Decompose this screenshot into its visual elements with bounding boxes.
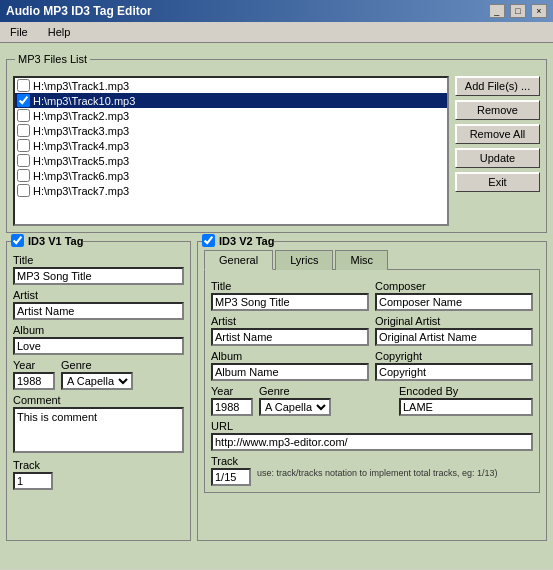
file-name: H:\mp3\Track5.mp3 bbox=[33, 155, 129, 167]
file-name: H:\mp3\Track1.mp3 bbox=[33, 80, 129, 92]
id3v1-track-input[interactable] bbox=[13, 472, 53, 490]
file-name: H:\mp3\Track6.mp3 bbox=[33, 170, 129, 182]
id3v1-album-label: Album bbox=[13, 324, 184, 336]
id3v2-artist-input[interactable] bbox=[211, 328, 369, 346]
id3v2-title-input[interactable] bbox=[211, 293, 369, 311]
id3v2-encoded-by-group: Encoded By bbox=[399, 381, 533, 416]
close-button[interactable]: × bbox=[531, 4, 547, 18]
id3v1-artist-input[interactable] bbox=[13, 302, 184, 320]
id3v2-panel: ID3 V2 Tag General Lyrics Misc Title Com… bbox=[197, 241, 547, 541]
main-content: MP3 Files List H:\mp3\Track1.mp3H:\mp3\T… bbox=[0, 43, 553, 569]
id3v1-title-label: Title bbox=[13, 254, 184, 266]
id3v2-album-label: Album bbox=[211, 350, 369, 362]
maximize-button[interactable]: □ bbox=[510, 4, 526, 18]
album-copyright-row: Album Copyright bbox=[211, 346, 533, 381]
tab-lyrics[interactable]: Lyrics bbox=[275, 250, 333, 270]
tab-bar: General Lyrics Misc bbox=[204, 250, 540, 270]
id3v2-copyright-group: Copyright bbox=[375, 346, 533, 381]
id3v2-year-input[interactable] bbox=[211, 398, 253, 416]
file-checkbox[interactable] bbox=[17, 169, 30, 182]
id3v2-composer-group: Composer bbox=[375, 276, 533, 311]
file-checkbox[interactable] bbox=[17, 124, 30, 137]
list-item[interactable]: H:\mp3\Track1.mp3 bbox=[15, 78, 447, 93]
id3v2-title-label: Title bbox=[211, 280, 369, 292]
file-list[interactable]: H:\mp3\Track1.mp3H:\mp3\Track10.mp3H:\mp… bbox=[13, 76, 449, 226]
id3v1-comment-label: Comment bbox=[13, 394, 184, 406]
id3v2-track-input[interactable] bbox=[211, 468, 251, 486]
remove-button[interactable]: Remove bbox=[455, 100, 540, 120]
file-checkbox[interactable] bbox=[17, 184, 30, 197]
file-name: H:\mp3\Track4.mp3 bbox=[33, 140, 129, 152]
id3v2-copyright-label: Copyright bbox=[375, 350, 533, 362]
menu-help[interactable]: Help bbox=[42, 24, 77, 40]
id3v2-original-artist-label: Original Artist bbox=[375, 315, 533, 327]
window-controls: _ □ × bbox=[487, 4, 547, 18]
id3v2-url-label: URL bbox=[211, 420, 533, 432]
title-composer-row: Title Composer bbox=[211, 276, 533, 311]
file-checkbox[interactable] bbox=[17, 94, 30, 107]
list-item[interactable]: H:\mp3\Track5.mp3 bbox=[15, 153, 447, 168]
list-item[interactable]: H:\mp3\Track6.mp3 bbox=[15, 168, 447, 183]
remove-all-button[interactable]: Remove All bbox=[455, 124, 540, 144]
file-checkbox[interactable] bbox=[17, 154, 30, 167]
id3v1-panel: ID3 V1 Tag Title Artist Album Year Genre… bbox=[6, 241, 191, 541]
menu-bar: File Help bbox=[0, 22, 553, 43]
exit-button[interactable]: Exit bbox=[455, 172, 540, 192]
id3v2-year-label: Year bbox=[211, 385, 253, 397]
artist-origartist-row: Artist Original Artist bbox=[211, 311, 533, 346]
id3v1-track-label: Track bbox=[13, 459, 184, 471]
file-name: H:\mp3\Track2.mp3 bbox=[33, 110, 129, 122]
id3v1-title-input[interactable] bbox=[13, 267, 184, 285]
id3v2-title-group: Title bbox=[211, 276, 369, 311]
id3v1-checkbox[interactable] bbox=[11, 234, 24, 247]
id3v2-url-input[interactable] bbox=[211, 433, 533, 451]
id3v2-composer-input[interactable] bbox=[375, 293, 533, 311]
list-item[interactable]: H:\mp3\Track10.mp3 bbox=[15, 93, 447, 108]
tab-content-general: Title Composer Artist Original Artist bbox=[204, 269, 540, 493]
file-name: H:\mp3\Track7.mp3 bbox=[33, 185, 129, 197]
list-item[interactable]: H:\mp3\Track2.mp3 bbox=[15, 108, 447, 123]
file-checkbox[interactable] bbox=[17, 139, 30, 152]
id3v2-label: ID3 V2 Tag bbox=[219, 235, 274, 247]
id3v1-comment-textarea[interactable] bbox=[13, 407, 184, 453]
files-section: H:\mp3\Track1.mp3H:\mp3\Track10.mp3H:\mp… bbox=[13, 76, 540, 226]
minimize-button[interactable]: _ bbox=[489, 4, 505, 18]
id3v1-label: ID3 V1 Tag bbox=[28, 235, 83, 247]
id3v2-checkbox[interactable] bbox=[202, 234, 215, 247]
id3v2-original-artist-group: Original Artist bbox=[375, 311, 533, 346]
id3v2-encoded-by-input[interactable] bbox=[399, 398, 533, 416]
id3v1-artist-label: Artist bbox=[13, 289, 184, 301]
id3v2-artist-group: Artist bbox=[211, 311, 369, 346]
id3v2-album-group: Album bbox=[211, 346, 369, 381]
id3v2-original-artist-input[interactable] bbox=[375, 328, 533, 346]
tab-misc[interactable]: Misc bbox=[335, 250, 388, 270]
id3v1-album-input[interactable] bbox=[13, 337, 184, 355]
id3v2-track-label: Track bbox=[211, 455, 533, 467]
id3v2-track-note: use: track/tracks notation to implement … bbox=[257, 468, 533, 479]
file-name: H:\mp3\Track10.mp3 bbox=[33, 95, 135, 107]
id3v2-genre-select[interactable]: A CapellaRockPopJazzClassicalBluesCountr… bbox=[259, 398, 331, 416]
file-checkbox[interactable] bbox=[17, 79, 30, 92]
id3v2-album-input[interactable] bbox=[211, 363, 369, 381]
files-group-title: MP3 Files List bbox=[15, 53, 90, 65]
id3v2-year-group: Year bbox=[211, 381, 253, 416]
files-group: MP3 Files List H:\mp3\Track1.mp3H:\mp3\T… bbox=[6, 49, 547, 233]
id3v1-genre-select[interactable]: A CapellaRockPopJazzClassicalBluesCountr… bbox=[61, 372, 133, 390]
id3v2-copyright-input[interactable] bbox=[375, 363, 533, 381]
id3v2-panel-title: ID3 V2 Tag bbox=[202, 234, 274, 247]
id3v1-year-input[interactable] bbox=[13, 372, 55, 390]
tab-general[interactable]: General bbox=[204, 250, 273, 270]
list-item[interactable]: H:\mp3\Track7.mp3 bbox=[15, 183, 447, 198]
file-name: H:\mp3\Track3.mp3 bbox=[33, 125, 129, 137]
list-item[interactable]: H:\mp3\Track3.mp3 bbox=[15, 123, 447, 138]
update-button[interactable]: Update bbox=[455, 148, 540, 168]
list-item[interactable]: H:\mp3\Track4.mp3 bbox=[15, 138, 447, 153]
buttons-panel: Add File(s) ... Remove Remove All Update… bbox=[455, 76, 540, 226]
file-checkbox[interactable] bbox=[17, 109, 30, 122]
id3v2-genre-label: Genre bbox=[259, 385, 393, 397]
add-files-button[interactable]: Add File(s) ... bbox=[455, 76, 540, 96]
title-bar: Audio MP3 ID3 Tag Editor _ □ × bbox=[0, 0, 553, 22]
id3v1-year-label: Year bbox=[13, 359, 55, 371]
menu-file[interactable]: File bbox=[4, 24, 34, 40]
window-title: Audio MP3 ID3 Tag Editor bbox=[6, 4, 152, 18]
